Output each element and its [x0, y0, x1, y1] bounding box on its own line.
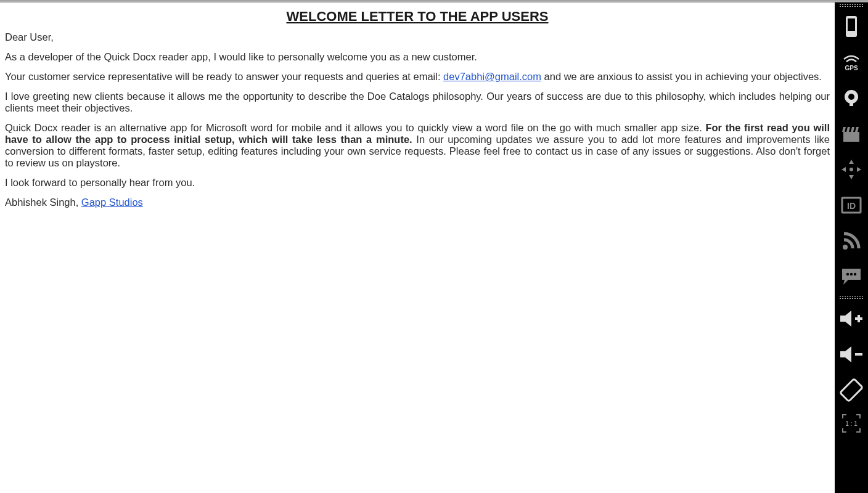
- svg-point-19: [846, 273, 849, 275]
- gps-icon[interactable]: GPS: [835, 46, 868, 79]
- paragraph-3: I love greeting new clients because it a…: [5, 91, 830, 114]
- svg-marker-22: [840, 311, 851, 327]
- drag-grip-mid[interactable]: [835, 295, 868, 301]
- studio-link[interactable]: Gapp Studios: [81, 197, 143, 208]
- rotate-icon[interactable]: [835, 373, 868, 407]
- svg-marker-12: [849, 175, 854, 179]
- p2-prefix: Your customer service representative wil…: [5, 71, 443, 82]
- svg-text:GPS: GPS: [845, 65, 858, 71]
- svg-rect-27: [840, 379, 863, 402]
- paragraph-4: Quick Docx reader is an alternative app …: [5, 122, 830, 169]
- svg-point-15: [850, 168, 853, 171]
- camera-icon[interactable]: [835, 81, 868, 115]
- svg-point-21: [854, 273, 856, 275]
- svg-rect-26: [855, 353, 862, 356]
- zoom-ratio-label: 1 : 1: [845, 420, 857, 427]
- sign-prefix: Abhishek Singh,: [5, 197, 81, 208]
- p2-suffix: and we are anxious to assist you in achi…: [541, 71, 822, 82]
- email-link[interactable]: dev7abhi@gmail.com: [443, 71, 541, 82]
- svg-marker-7: [842, 127, 846, 132]
- svg-text:ID: ID: [847, 201, 856, 211]
- svg-marker-14: [857, 167, 861, 172]
- signature: Abhishek Singh, Gapp Studios: [5, 197, 830, 208]
- svg-marker-25: [840, 346, 851, 362]
- volume-up-icon[interactable]: [835, 302, 868, 335]
- svg-rect-5: [850, 103, 853, 106]
- svg-point-20: [850, 273, 853, 275]
- svg-marker-13: [841, 167, 846, 172]
- volume-down-icon[interactable]: [835, 338, 868, 371]
- svg-rect-24: [858, 315, 860, 322]
- svg-rect-1: [848, 18, 855, 31]
- svg-marker-8: [846, 127, 850, 132]
- p4-prefix: Quick Docx reader is an alternative app …: [5, 122, 705, 133]
- svg-marker-10: [855, 127, 859, 132]
- toolbar: GPS: [835, 2, 868, 493]
- paragraph-1: As a developer of the Quick Docx reader …: [5, 51, 830, 63]
- paragraph-5: I look forward to personally hear from y…: [5, 177, 830, 189]
- document-title: WELCOME LETTER TO THE APP USERS: [5, 9, 830, 24]
- zoom-ratio-icon[interactable]: 1 : 1: [835, 409, 868, 438]
- dpad-icon[interactable]: [835, 153, 868, 186]
- svg-marker-11: [849, 160, 854, 164]
- id-icon[interactable]: ID: [835, 189, 868, 222]
- svg-rect-6: [843, 132, 859, 142]
- svg-point-4: [848, 94, 854, 100]
- chat-icon[interactable]: [835, 260, 868, 293]
- svg-point-18: [843, 245, 848, 250]
- clapperboard-icon[interactable]: [835, 117, 868, 150]
- paragraph-2: Your customer service representative wil…: [5, 71, 830, 83]
- device-icon[interactable]: [835, 10, 868, 43]
- drag-grip-top[interactable]: [835, 2, 868, 9]
- svg-marker-9: [851, 127, 854, 132]
- document-viewer: WELCOME LETTER TO THE APP USERS Dear Use…: [0, 2, 835, 493]
- greeting: Dear User,: [5, 31, 830, 43]
- rss-icon[interactable]: [835, 224, 868, 258]
